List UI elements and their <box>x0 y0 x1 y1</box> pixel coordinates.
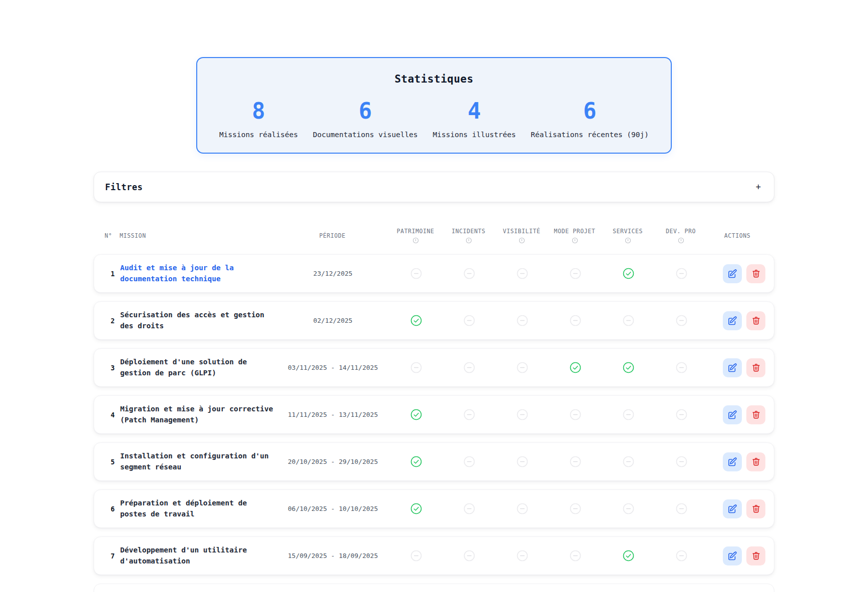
delete-button[interactable] <box>746 499 765 518</box>
table-row: 1 Audit et mise à jour de ladocumentatio… <box>94 254 774 293</box>
mission-title-link[interactable]: Audit et mise à jour de ladocumentation … <box>120 263 276 284</box>
status-patrimoine <box>389 502 443 515</box>
status-dev-pro <box>655 549 708 562</box>
stat-value: 6 <box>359 100 372 122</box>
stat-value: 8 <box>252 100 265 122</box>
info-icon[interactable] <box>466 237 472 244</box>
info-icon[interactable] <box>572 237 578 244</box>
status-services <box>602 267 655 280</box>
status-dev-pro <box>655 408 708 421</box>
delete-button[interactable] <box>746 358 765 377</box>
row-number: 3 <box>105 364 120 372</box>
statistics-card: Statistiques 8 Missions réalisées 6 Docu… <box>196 57 672 154</box>
mission-periode: 23/12/2025 <box>276 270 389 277</box>
minus-circle-icon <box>516 549 529 562</box>
trash-icon <box>751 504 761 513</box>
edit-button[interactable] <box>723 499 742 518</box>
minus-circle-icon <box>463 502 476 515</box>
mission-title: Préparation et déploiement depostes de t… <box>120 498 276 519</box>
minus-circle-icon <box>569 455 582 468</box>
minus-circle-icon <box>463 455 476 468</box>
trash-icon <box>751 269 761 278</box>
check-circle-icon <box>410 314 422 327</box>
table-row: 6 Préparation et déploiement depostes de… <box>94 489 774 528</box>
plus-icon[interactable]: + <box>756 183 761 191</box>
status-services <box>602 455 655 468</box>
stat-missions-illustrees: 4 Missions illustrées <box>433 100 516 139</box>
column-header-label: MODE PROJET <box>554 228 596 235</box>
status-patrimoine <box>389 549 443 562</box>
trash-icon <box>751 410 761 419</box>
edit-pencil-square-icon <box>727 316 737 326</box>
row-number: 1 <box>105 270 120 278</box>
row-number: 6 <box>105 505 120 513</box>
status-services <box>602 502 655 515</box>
column-header-dev-pro: DEV. PRO <box>654 228 707 244</box>
minus-circle-icon <box>675 314 688 327</box>
minus-circle-icon <box>410 267 422 280</box>
minus-circle-icon <box>463 361 476 374</box>
delete-button[interactable] <box>746 452 765 471</box>
status-services <box>602 314 655 327</box>
delete-button[interactable] <box>746 311 765 330</box>
minus-circle-icon <box>463 267 476 280</box>
status-dev-pro <box>655 455 708 468</box>
status-mode-projet <box>549 502 602 515</box>
delete-button[interactable] <box>746 546 765 565</box>
check-circle-icon <box>410 455 422 468</box>
filters-title: Filtres <box>105 182 143 192</box>
filters-panel[interactable]: Filtres + <box>94 172 774 202</box>
mission-periode: 02/12/2025 <box>276 317 389 324</box>
edit-button[interactable] <box>723 405 742 424</box>
minus-circle-icon <box>516 361 529 374</box>
status-incidents <box>443 549 496 562</box>
status-dev-pro <box>655 361 708 374</box>
minus-circle-icon <box>569 502 582 515</box>
edit-button[interactable] <box>723 311 742 330</box>
column-header-num: N° <box>105 232 120 239</box>
info-icon[interactable] <box>519 237 525 244</box>
minus-circle-icon <box>569 408 582 421</box>
minus-circle-icon <box>410 361 422 374</box>
minus-circle-icon <box>675 502 688 515</box>
mission-title: Sécurisation des accès et gestiondes dro… <box>120 310 276 331</box>
stat-realisations-recentes: 6 Réalisations récentes (90j) <box>531 100 649 139</box>
mission-title: Développement d'un utilitaired'automatis… <box>120 545 276 566</box>
minus-circle-icon <box>516 502 529 515</box>
delete-button[interactable] <box>746 405 765 424</box>
edit-pencil-square-icon <box>727 551 737 561</box>
row-number: 5 <box>105 458 120 466</box>
edit-pencil-square-icon <box>727 457 737 467</box>
table-row: 3 Déploiement d'une solution degestion d… <box>94 348 774 387</box>
minus-circle-icon <box>675 267 688 280</box>
edit-button[interactable] <box>723 358 742 377</box>
edit-button[interactable] <box>723 452 742 471</box>
info-icon[interactable] <box>625 237 631 244</box>
delete-button[interactable] <box>746 264 765 283</box>
column-header-patrimoine: PATRIMOINE <box>389 228 442 244</box>
column-header-mission: MISSION <box>120 232 276 239</box>
status-incidents <box>443 502 496 515</box>
status-visibilite <box>496 455 549 468</box>
mission-title: Déploiement d'une solution degestion de … <box>120 357 276 378</box>
column-header-label: DEV. PRO <box>666 228 696 235</box>
minus-circle-icon <box>675 408 688 421</box>
edit-pencil-square-icon <box>727 363 737 373</box>
status-services <box>602 408 655 421</box>
status-incidents <box>443 314 496 327</box>
info-icon[interactable] <box>678 237 684 244</box>
edit-button[interactable] <box>723 264 742 283</box>
edit-button[interactable] <box>723 546 742 565</box>
column-header-label: VISIBILITÉ <box>503 228 540 235</box>
stat-label: Missions réalisées <box>219 131 298 139</box>
edit-pencil-square-icon <box>727 504 737 514</box>
status-visibilite <box>496 502 549 515</box>
minus-circle-icon <box>675 455 688 468</box>
table-row-partial <box>94 583 774 592</box>
minus-circle-icon <box>516 408 529 421</box>
status-visibilite <box>496 314 549 327</box>
trash-icon <box>751 551 761 560</box>
mission-periode: 11/11/2025 - 13/11/2025 <box>276 411 389 418</box>
info-icon[interactable] <box>412 237 419 244</box>
status-mode-projet <box>549 549 602 562</box>
